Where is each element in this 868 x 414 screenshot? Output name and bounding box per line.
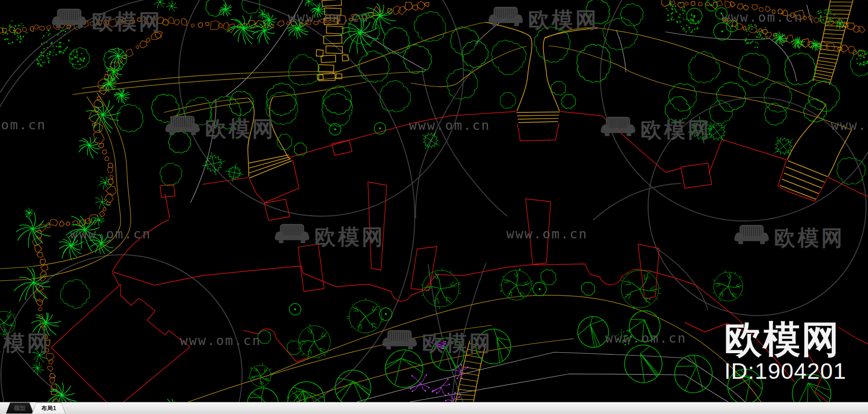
- stair-rung: [823, 38, 842, 39]
- tree-sc: [837, 157, 866, 184]
- tree-sc: [117, 104, 143, 132]
- entrance-step: [780, 185, 816, 199]
- tree-sc: [414, 12, 446, 42]
- rock-pebble: [105, 156, 109, 161]
- rock-pebble: [136, 45, 139, 49]
- path-road: [411, 46, 527, 87]
- tree-sc: [541, 270, 556, 285]
- tree-br: [420, 268, 461, 309]
- tab-model[interactable]: 模型: [6, 402, 34, 414]
- tree-sp: [247, 388, 278, 402]
- tree-sc: [764, 82, 792, 112]
- stepping-stone: [322, 0, 342, 6]
- building-outline: [681, 163, 712, 188]
- stair-rung: [818, 57, 837, 60]
- watermark-brand: 欧模网: [488, 7, 599, 31]
- tree-br: [247, 363, 273, 388]
- rock-pebble: [762, 29, 768, 34]
- tree-sc: [230, 91, 254, 115]
- rock-pebble: [211, 21, 219, 30]
- stair-rung: [460, 385, 476, 387]
- tree-dt: [705, 0, 717, 11]
- rock-pebble: [73, 221, 79, 225]
- watermark-url: www.om.cn: [0, 117, 46, 132]
- rock-pebble: [393, 6, 400, 14]
- rock-pebble: [37, 252, 43, 257]
- tree-dd: [745, 24, 768, 48]
- rock-pebble: [168, 17, 174, 24]
- rock-pebble: [46, 26, 50, 29]
- tree-sp: [578, 317, 609, 347]
- rock-pebble: [181, 18, 187, 26]
- watermark-url-text: www.om.cn: [180, 333, 261, 348]
- watermark-brand-text: 欧模网: [0, 331, 51, 355]
- tree-fr: [154, 0, 165, 8]
- tree-sc: [160, 163, 182, 186]
- watermark-brand-text: 欧模网: [314, 225, 385, 248]
- rock-pebble: [126, 49, 134, 56]
- entrance-step: [516, 112, 560, 112]
- watermark-url-text: www.om.cn: [409, 118, 490, 133]
- tree-sc: [500, 93, 516, 109]
- stair-rung: [818, 60, 836, 63]
- construction-circle: [179, 0, 463, 216]
- sofa-icon: [488, 7, 523, 26]
- rock-pebble: [405, 2, 413, 11]
- rock-pebble: [99, 143, 104, 148]
- entrance-curb: [486, 22, 532, 111]
- tree-dt: [380, 308, 392, 320]
- stair-rung: [814, 76, 831, 80]
- tab-layout1[interactable]: 布局1: [32, 402, 66, 414]
- rock-pebble: [277, 21, 284, 27]
- construction-arc: [654, 247, 708, 310]
- stepping-stone: [316, 50, 324, 56]
- tree-sc: [288, 55, 320, 85]
- cad-drawing-viewport[interactable]: 欧模网www.om.cn欧模网www.om.cnwww.om.cn欧模网www.…: [0, 0, 868, 402]
- sofa-icon: [165, 116, 200, 135]
- tree-fr: [93, 215, 105, 227]
- path-road: [598, 28, 826, 104]
- tree-pm: [227, 15, 258, 44]
- watermark-brand-text: 欧模网: [528, 8, 599, 31]
- tree-fr: [166, 0, 177, 11]
- rock-pebble: [110, 175, 113, 179]
- rock-pebble: [39, 26, 45, 31]
- watermark-url: www.om.cn: [70, 226, 151, 241]
- building-outline: [160, 184, 175, 197]
- stair-rung: [461, 379, 477, 381]
- rock-pebble: [103, 207, 107, 211]
- building-outline: [290, 138, 355, 157]
- tree-pm: [114, 89, 130, 104]
- building-outline: [709, 139, 722, 174]
- tree-sc: [551, 82, 566, 95]
- watermark-url-text: www.om.cn: [831, 118, 868, 133]
- tree-sc: [266, 83, 297, 115]
- watermark-brand-text: 欧模网: [640, 118, 711, 141]
- tree-sc: [323, 86, 352, 114]
- stair-rung: [828, 10, 850, 10]
- tree-br: [713, 270, 743, 302]
- tree-pm: [108, 48, 127, 68]
- watermark-brand: 欧模网: [52, 9, 163, 33]
- rock-pebble: [198, 23, 203, 28]
- rock-pebble: [36, 284, 43, 291]
- sofa-icon: [601, 117, 635, 136]
- stair-rung: [456, 400, 474, 400]
- entrance-step: [249, 159, 291, 173]
- stair-rung: [465, 361, 481, 364]
- watermark-url-text: www.om.cn: [722, 10, 803, 25]
- tree-sc: [380, 81, 411, 112]
- tree-sc: [582, 282, 595, 295]
- watermark-brand: 欧模网: [734, 225, 845, 249]
- watermark-brand: 欧模网: [165, 116, 276, 140]
- tree-br: [621, 270, 661, 309]
- rock-pebble: [108, 163, 113, 167]
- watermark-url: www.om.cn: [288, 10, 369, 25]
- tree-sc: [785, 53, 815, 85]
- rock-pebble: [685, 2, 688, 5]
- tree-fr: [305, 0, 314, 7]
- tree-sc: [383, 28, 409, 54]
- watermark-url: www.om.cn: [722, 10, 803, 25]
- watermark-brand-text: 欧模网: [422, 331, 493, 355]
- entrance-step: [784, 173, 822, 188]
